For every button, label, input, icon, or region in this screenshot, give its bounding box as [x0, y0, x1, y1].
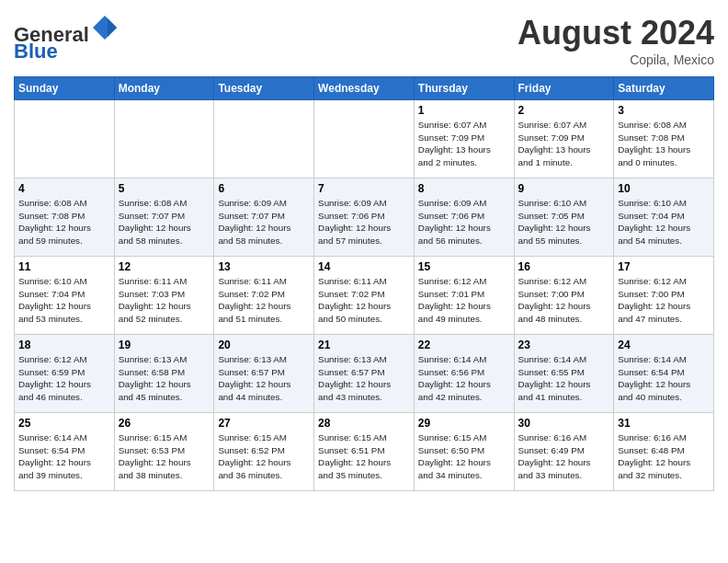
- day-info: Sunrise: 6:08 AM Sunset: 7:08 PM Dayligh…: [618, 119, 710, 169]
- day-info: Sunrise: 6:16 AM Sunset: 6:49 PM Dayligh…: [518, 431, 610, 482]
- day-info: Sunrise: 6:11 AM Sunset: 7:02 PM Dayligh…: [318, 275, 410, 326]
- day-of-week-header: Thursday: [414, 77, 514, 100]
- calendar-cell: [114, 100, 214, 178]
- day-number: 19: [119, 339, 210, 351]
- day-info: Sunrise: 6:09 AM Sunset: 7:06 PM Dayligh…: [418, 197, 510, 247]
- day-number: 10: [618, 182, 710, 195]
- calendar-cell: 4Sunrise: 6:08 AM Sunset: 7:08 PM Daylig…: [15, 178, 115, 257]
- calendar-cell: 25Sunrise: 6:14 AM Sunset: 6:54 PM Dayli…: [15, 413, 115, 491]
- day-number: 17: [618, 260, 710, 273]
- calendar-cell: 21Sunrise: 6:13 AM Sunset: 6:57 PM Dayli…: [314, 335, 415, 413]
- calendar-cell: 8Sunrise: 6:09 AM Sunset: 7:06 PM Daylig…: [414, 178, 514, 257]
- day-info: Sunrise: 6:10 AM Sunset: 7:04 PM Dayligh…: [618, 197, 710, 247]
- day-of-week-header: Friday: [514, 77, 614, 100]
- calendar-cell: 27Sunrise: 6:15 AM Sunset: 6:52 PM Dayli…: [214, 413, 314, 491]
- day-info: Sunrise: 6:13 AM Sunset: 6:58 PM Dayligh…: [119, 353, 210, 404]
- calendar-cell: 2Sunrise: 6:07 AM Sunset: 7:09 PM Daylig…: [514, 100, 614, 178]
- day-info: Sunrise: 6:14 AM Sunset: 6:54 PM Dayligh…: [618, 353, 710, 404]
- calendar-body: 1Sunrise: 6:07 AM Sunset: 7:09 PM Daylig…: [15, 100, 714, 491]
- calendar-cell: 7Sunrise: 6:09 AM Sunset: 7:06 PM Daylig…: [314, 178, 415, 257]
- calendar-cell: 1Sunrise: 6:07 AM Sunset: 7:09 PM Daylig…: [414, 100, 514, 178]
- calendar-week-row: 1Sunrise: 6:07 AM Sunset: 7:09 PM Daylig…: [15, 100, 714, 178]
- calendar-cell: 17Sunrise: 6:12 AM Sunset: 7:00 PM Dayli…: [614, 257, 714, 335]
- calendar-cell: 23Sunrise: 6:14 AM Sunset: 6:55 PM Dayli…: [514, 335, 614, 413]
- day-of-week-header: Sunday: [15, 77, 115, 100]
- day-info: Sunrise: 6:10 AM Sunset: 7:04 PM Dayligh…: [18, 275, 110, 326]
- calendar-cell: 20Sunrise: 6:13 AM Sunset: 6:57 PM Dayli…: [214, 335, 314, 413]
- page-header: General Blue August 2024 Copila, Mexico: [14, 14, 714, 67]
- calendar-cell: 24Sunrise: 6:14 AM Sunset: 6:54 PM Dayli…: [614, 335, 714, 413]
- day-info: Sunrise: 6:12 AM Sunset: 7:00 PM Dayligh…: [618, 275, 710, 326]
- calendar-week-row: 18Sunrise: 6:12 AM Sunset: 6:59 PM Dayli…: [15, 335, 714, 413]
- day-number: 5: [119, 182, 210, 195]
- calendar-cell: 19Sunrise: 6:13 AM Sunset: 6:58 PM Dayli…: [114, 335, 214, 413]
- calendar-cell: 26Sunrise: 6:15 AM Sunset: 6:53 PM Dayli…: [114, 413, 214, 491]
- day-number: 15: [418, 260, 510, 273]
- day-number: 6: [218, 182, 310, 195]
- day-info: Sunrise: 6:14 AM Sunset: 6:55 PM Dayligh…: [518, 353, 610, 404]
- day-number: 14: [318, 260, 410, 273]
- day-number: 12: [119, 260, 210, 273]
- location: Copila, Mexico: [518, 52, 714, 67]
- calendar-cell: 16Sunrise: 6:12 AM Sunset: 7:00 PM Dayli…: [514, 257, 614, 335]
- day-number: 28: [318, 417, 410, 430]
- day-number: 20: [218, 339, 310, 351]
- calendar-cell: 22Sunrise: 6:14 AM Sunset: 6:56 PM Dayli…: [414, 335, 514, 413]
- day-number: 11: [18, 260, 110, 273]
- day-number: 24: [618, 339, 710, 351]
- month-year: August 2024: [518, 14, 714, 52]
- day-number: 29: [418, 417, 510, 430]
- calendar-cell: [15, 100, 115, 178]
- day-info: Sunrise: 6:08 AM Sunset: 7:08 PM Dayligh…: [18, 197, 110, 247]
- svg-marker-1: [108, 18, 117, 37]
- calendar-cell: 29Sunrise: 6:15 AM Sunset: 6:50 PM Dayli…: [414, 413, 514, 491]
- day-number: 22: [418, 339, 510, 351]
- day-number: 4: [18, 182, 110, 195]
- calendar-cell: 9Sunrise: 6:10 AM Sunset: 7:05 PM Daylig…: [514, 178, 614, 257]
- calendar-cell: 30Sunrise: 6:16 AM Sunset: 6:49 PM Dayli…: [514, 413, 614, 491]
- calendar-cell: 11Sunrise: 6:10 AM Sunset: 7:04 PM Dayli…: [15, 257, 115, 335]
- day-info: Sunrise: 6:09 AM Sunset: 7:06 PM Dayligh…: [318, 197, 410, 247]
- day-number: 21: [318, 339, 410, 351]
- day-number: 30: [518, 417, 610, 430]
- day-info: Sunrise: 6:15 AM Sunset: 6:52 PM Dayligh…: [218, 431, 310, 482]
- calendar-week-row: 11Sunrise: 6:10 AM Sunset: 7:04 PM Dayli…: [15, 257, 714, 335]
- calendar-cell: 10Sunrise: 6:10 AM Sunset: 7:04 PM Dayli…: [614, 178, 714, 257]
- calendar-cell: 15Sunrise: 6:12 AM Sunset: 7:01 PM Dayli…: [414, 257, 514, 335]
- day-info: Sunrise: 6:12 AM Sunset: 7:01 PM Dayligh…: [418, 275, 510, 326]
- calendar-cell: 28Sunrise: 6:15 AM Sunset: 6:51 PM Dayli…: [314, 413, 415, 491]
- day-number: 9: [518, 182, 610, 195]
- day-info: Sunrise: 6:11 AM Sunset: 7:03 PM Dayligh…: [119, 275, 210, 326]
- day-info: Sunrise: 6:10 AM Sunset: 7:05 PM Dayligh…: [518, 197, 610, 247]
- day-of-week-header: Saturday: [614, 77, 714, 100]
- calendar-cell: [314, 100, 415, 178]
- calendar-header: SundayMondayTuesdayWednesdayThursdayFrid…: [15, 77, 714, 100]
- day-info: Sunrise: 6:13 AM Sunset: 6:57 PM Dayligh…: [318, 353, 410, 404]
- calendar-cell: 13Sunrise: 6:11 AM Sunset: 7:02 PM Dayli…: [214, 257, 314, 335]
- calendar-cell: 12Sunrise: 6:11 AM Sunset: 7:03 PM Dayli…: [114, 257, 214, 335]
- day-info: Sunrise: 6:15 AM Sunset: 6:51 PM Dayligh…: [318, 431, 410, 482]
- day-info: Sunrise: 6:13 AM Sunset: 6:57 PM Dayligh…: [218, 353, 310, 404]
- day-info: Sunrise: 6:15 AM Sunset: 6:53 PM Dayligh…: [119, 431, 210, 482]
- logo-icon: [91, 14, 119, 41]
- day-info: Sunrise: 6:08 AM Sunset: 7:07 PM Dayligh…: [119, 197, 210, 247]
- calendar-table: SundayMondayTuesdayWednesdayThursdayFrid…: [14, 76, 714, 491]
- calendar-cell: 31Sunrise: 6:16 AM Sunset: 6:48 PM Dayli…: [614, 413, 714, 491]
- calendar-cell: 3Sunrise: 6:08 AM Sunset: 7:08 PM Daylig…: [614, 100, 714, 178]
- day-number: 26: [119, 417, 210, 430]
- day-number: 8: [418, 182, 510, 195]
- day-number: 1: [418, 104, 510, 117]
- logo-blue: Blue: [14, 40, 58, 63]
- day-number: 7: [318, 182, 410, 195]
- calendar-cell: 18Sunrise: 6:12 AM Sunset: 6:59 PM Dayli…: [15, 335, 115, 413]
- header-row: SundayMondayTuesdayWednesdayThursdayFrid…: [15, 77, 714, 100]
- day-number: 27: [218, 417, 310, 430]
- calendar-cell: 6Sunrise: 6:09 AM Sunset: 7:07 PM Daylig…: [214, 178, 314, 257]
- title-block: August 2024 Copila, Mexico: [518, 14, 714, 67]
- day-of-week-header: Monday: [114, 77, 214, 100]
- day-number: 18: [18, 339, 110, 351]
- day-number: 16: [518, 260, 610, 273]
- day-number: 2: [518, 104, 610, 117]
- day-info: Sunrise: 6:15 AM Sunset: 6:50 PM Dayligh…: [418, 431, 510, 482]
- calendar-cell: 14Sunrise: 6:11 AM Sunset: 7:02 PM Dayli…: [314, 257, 415, 335]
